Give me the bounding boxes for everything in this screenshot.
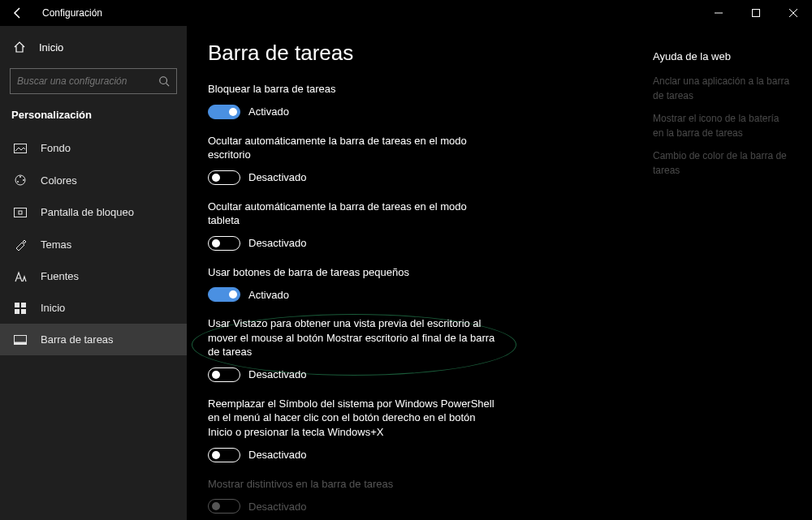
sidebar-item-label: Fondo bbox=[41, 142, 71, 154]
start-icon bbox=[11, 303, 29, 314]
close-button[interactable] bbox=[775, 0, 812, 26]
toggle-state: Desactivado bbox=[248, 171, 307, 183]
setting-small-buttons: Usar botones de barra de tareas pequeños… bbox=[208, 265, 500, 303]
toggle-state: Activado bbox=[248, 105, 289, 118]
sidebar-item-fuentes[interactable]: Fuentes bbox=[0, 260, 187, 292]
sidebar-item-label: Colores bbox=[41, 174, 77, 187]
toggle-autohide-desktop[interactable] bbox=[208, 170, 240, 185]
sidebar-home-label: Inicio bbox=[39, 41, 63, 54]
toggle-state: Desactivado bbox=[248, 449, 307, 461]
sidebar-home[interactable]: Inicio bbox=[0, 32, 187, 62]
sidebar-item-label: Barra de tareas bbox=[41, 333, 114, 346]
setting-autohide-desktop: Ocultar automáticamente la barra de tare… bbox=[208, 134, 500, 185]
svg-line-5 bbox=[166, 84, 170, 87]
window-title: Configuración bbox=[42, 7, 102, 19]
setting-label: Usar botones de barra de tareas pequeños bbox=[208, 265, 500, 280]
sidebar-nav: Fondo Colores Pantalla de bloqueo Temas … bbox=[0, 132, 187, 355]
background-icon bbox=[11, 144, 29, 153]
setting-badges: Mostrar distintivos en la barra de tarea… bbox=[208, 477, 500, 514]
setting-label: Mostrar distintivos en la barra de tarea… bbox=[208, 477, 500, 492]
lockscreen-icon bbox=[11, 208, 29, 217]
setting-label: Ocultar automáticamente la barra de tare… bbox=[208, 200, 500, 228]
back-button[interactable] bbox=[11, 6, 28, 19]
svg-point-9 bbox=[23, 179, 24, 181]
svg-point-8 bbox=[19, 176, 21, 178]
home-icon bbox=[11, 41, 28, 54]
setting-autohide-tablet: Ocultar automáticamente la barra de tare… bbox=[208, 200, 500, 251]
minimize-button[interactable] bbox=[700, 0, 737, 26]
search-input-container[interactable] bbox=[10, 68, 177, 94]
toggle-state: Desactivado bbox=[248, 368, 307, 380]
toggle-powershell[interactable] bbox=[208, 448, 240, 462]
help-link[interactable]: Cambio de color de la barra de tareas bbox=[653, 148, 793, 178]
svg-rect-11 bbox=[15, 208, 27, 217]
taskbar-icon bbox=[11, 335, 29, 345]
settings-column: Bloquear la barra de tareas Activado Ocu… bbox=[208, 82, 500, 520]
main-content: Barra de tareas Bloquear la barra de tar… bbox=[187, 26, 812, 520]
sidebar-item-pantalla-bloqueo[interactable]: Pantalla de bloqueo bbox=[0, 196, 187, 228]
sidebar-item-label: Inicio bbox=[41, 302, 65, 314]
help-panel: Ayuda de la web Anclar una aplicación a … bbox=[653, 50, 793, 186]
sidebar-item-temas[interactable]: Temas bbox=[0, 228, 187, 260]
toggle-small-buttons[interactable] bbox=[208, 287, 240, 302]
search-icon bbox=[158, 75, 170, 87]
colors-icon bbox=[11, 174, 29, 187]
help-title: Ayuda de la web bbox=[653, 50, 793, 62]
svg-rect-14 bbox=[21, 303, 26, 307]
sidebar-item-fondo[interactable]: Fondo bbox=[0, 132, 187, 164]
setting-powershell: Reemplazar el Símbolo del sistema por Wi… bbox=[208, 397, 500, 462]
toggle-badges bbox=[208, 499, 240, 514]
sidebar: Inicio Personalización Fondo Colores Pan… bbox=[0, 26, 187, 520]
setting-lock-taskbar: Bloquear la barra de tareas Activado bbox=[208, 82, 500, 119]
sidebar-section-label: Personalización bbox=[0, 105, 187, 132]
search-input[interactable] bbox=[17, 75, 158, 87]
toggle-lock-taskbar[interactable] bbox=[208, 105, 240, 119]
sidebar-item-barra-tareas[interactable]: Barra de tareas bbox=[0, 324, 187, 355]
sidebar-item-colores[interactable]: Colores bbox=[0, 164, 187, 196]
sidebar-item-label: Pantalla de bloqueo bbox=[41, 206, 134, 218]
toggle-autohide-tablet[interactable] bbox=[208, 236, 240, 251]
svg-rect-12 bbox=[19, 211, 22, 214]
svg-rect-15 bbox=[15, 309, 19, 314]
themes-icon bbox=[11, 238, 29, 251]
setting-label: Bloquear la barra de tareas bbox=[208, 82, 500, 97]
setting-label: Reemplazar el Símbolo del sistema por Wi… bbox=[208, 397, 500, 440]
toggle-peek[interactable] bbox=[208, 367, 240, 382]
setting-peek: Usar Vistazo para obtener una vista prev… bbox=[208, 316, 500, 382]
help-link[interactable]: Mostrar el icono de la batería en la bar… bbox=[653, 111, 793, 140]
setting-label: Usar Vistazo para obtener una vista prev… bbox=[208, 316, 500, 359]
svg-point-4 bbox=[160, 77, 167, 84]
svg-point-10 bbox=[17, 181, 19, 183]
sidebar-item-label: Fuentes bbox=[41, 270, 79, 282]
toggle-state: Desactivado bbox=[248, 501, 307, 513]
svg-rect-16 bbox=[21, 309, 26, 314]
window-controls bbox=[700, 0, 812, 26]
toggle-state: Activado bbox=[248, 289, 289, 301]
svg-rect-1 bbox=[753, 10, 760, 17]
setting-label: Ocultar automáticamente la barra de tare… bbox=[208, 134, 500, 162]
svg-rect-18 bbox=[15, 342, 27, 344]
toggle-state: Desactivado bbox=[248, 237, 307, 249]
svg-rect-13 bbox=[15, 303, 19, 307]
titlebar: Configuración bbox=[0, 0, 812, 26]
help-link[interactable]: Anclar una aplicación a la barra de tare… bbox=[653, 74, 793, 103]
sidebar-item-inicio[interactable]: Inicio bbox=[0, 292, 187, 324]
maximize-button[interactable] bbox=[737, 0, 775, 26]
sidebar-item-label: Temas bbox=[41, 239, 71, 251]
fonts-icon bbox=[11, 271, 29, 282]
